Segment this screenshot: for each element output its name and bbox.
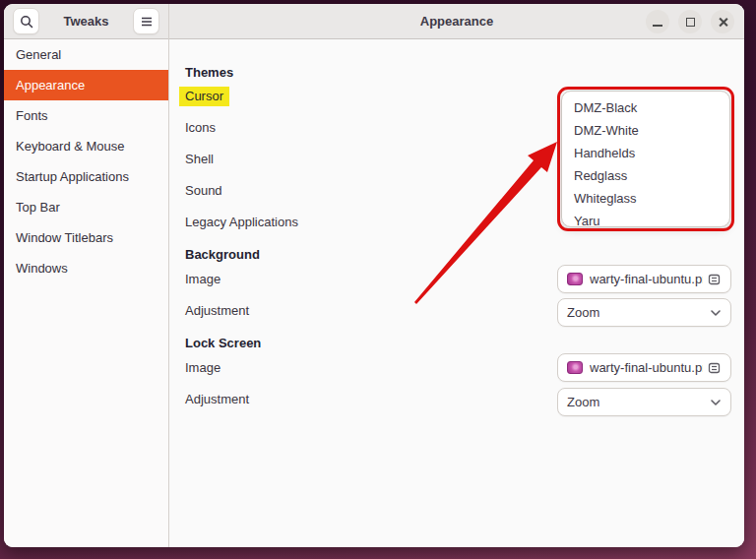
cursor-theme-option-dmz-white[interactable]: DMZ-White xyxy=(562,119,729,142)
lock-screen-section-header: Lock Screen xyxy=(185,335,261,352)
menu-button[interactable] xyxy=(133,8,159,34)
maximize-icon xyxy=(686,18,695,27)
sidebar-item-appearance[interactable]: Appearance xyxy=(4,70,168,100)
background-image-chooser-button[interactable]: warty-final-ubuntu.png xyxy=(557,265,731,293)
background-adjustment-label: Adjustment xyxy=(185,302,249,320)
image-thumbnail-icon xyxy=(567,361,583,374)
lock-screen-adjustment-value: Zoom xyxy=(567,395,706,409)
image-thumbnail-icon xyxy=(567,273,583,285)
sidebar-item-windows[interactable]: Windows xyxy=(4,253,168,283)
cursor-theme-options-list: DMZ-Black DMZ-White Handhelds Redglass W… xyxy=(561,91,730,227)
sidebar-item-general[interactable]: General xyxy=(4,39,168,70)
minimize-icon xyxy=(653,25,662,27)
sound-theme-label: Sound xyxy=(185,182,222,200)
titlebar: Tweaks Appearance xyxy=(4,4,744,39)
legacy-applications-label: Legacy Applications xyxy=(185,214,298,231)
sidebar-header: Tweaks xyxy=(4,4,169,39)
sidebar-item-top-bar[interactable]: Top Bar xyxy=(4,192,168,222)
file-copy-icon xyxy=(707,360,722,375)
tweaks-window: Tweaks Appearance General Appearance Fon… xyxy=(4,4,744,547)
icons-theme-label: Icons xyxy=(185,119,216,137)
lock-screen-adjustment-dropdown[interactable]: Zoom xyxy=(557,388,731,416)
close-icon xyxy=(718,17,728,28)
chevron-down-icon xyxy=(710,309,722,317)
cursor-theme-label: Cursor xyxy=(185,88,229,105)
sidebar: General Appearance Fonts Keyboard & Mous… xyxy=(4,39,169,547)
shell-theme-label: Shell xyxy=(185,151,214,168)
background-adjustment-value: Zoom xyxy=(567,305,706,320)
cursor-theme-option-redglass[interactable]: Redglass xyxy=(562,164,729,187)
cursor-label-highlight: Cursor xyxy=(179,87,229,106)
sidebar-item-fonts[interactable]: Fonts xyxy=(4,100,168,131)
background-image-filename: warty-final-ubuntu.png xyxy=(590,272,703,286)
file-copy-icon xyxy=(707,272,722,286)
hamburger-menu-icon xyxy=(141,17,153,27)
lock-screen-image-filename: warty-final-ubuntu.png xyxy=(590,360,703,375)
cursor-theme-option-dmz-black[interactable]: DMZ-Black xyxy=(562,96,729,119)
background-adjustment-dropdown[interactable]: Zoom xyxy=(557,298,731,327)
background-image-label: Image xyxy=(185,271,220,288)
maximize-button[interactable] xyxy=(678,10,702,33)
themes-section-header: Themes xyxy=(185,64,233,82)
minimize-button[interactable] xyxy=(646,10,669,33)
window-controls xyxy=(646,10,734,33)
close-button[interactable] xyxy=(711,10,734,33)
sidebar-item-keyboard-mouse[interactable]: Keyboard & Mouse xyxy=(4,131,168,161)
background-section-header: Background xyxy=(185,246,260,264)
cursor-theme-option-yaru[interactable]: Yaru xyxy=(562,210,729,232)
lock-screen-adjustment-label: Adjustment xyxy=(185,391,249,408)
appearance-panel: Themes Cursor Icons Shell Sound Legacy A… xyxy=(169,39,744,547)
lock-screen-image-label: Image xyxy=(185,359,220,377)
sidebar-item-window-titlebars[interactable]: Window Titlebars xyxy=(4,222,168,253)
cursor-theme-option-handhelds[interactable]: Handhelds xyxy=(562,142,729,164)
cursor-theme-option-whiteglass[interactable]: Whiteglass xyxy=(562,187,729,210)
chevron-down-icon xyxy=(710,399,722,406)
sidebar-item-startup-applications[interactable]: Startup Applications xyxy=(4,161,168,192)
lock-screen-image-chooser-button[interactable]: warty-final-ubuntu.png xyxy=(557,353,731,382)
